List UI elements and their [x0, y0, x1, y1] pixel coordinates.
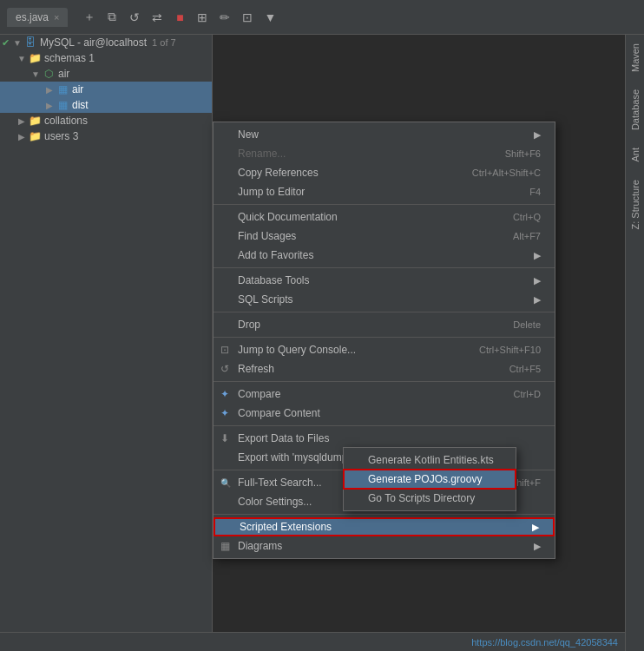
ant-tab[interactable]: Ant [628, 139, 643, 171]
jump-console-shortcut: Ctrl+Shift+F10 [462, 345, 541, 355]
menu-quick-doc-label: Quick Documentation [238, 211, 338, 223]
tree-mysql-root[interactable]: ✔ ▼ 🗄 MySQL - air@localhost 1 of 7 [0, 35, 212, 50]
menu-rename[interactable]: Rename... Shift+F6 [214, 144, 555, 163]
refresh-icon[interactable]: ↺ [125, 8, 144, 27]
menu-new[interactable]: New ▶ [214, 125, 555, 144]
compare-shortcut: Ctrl+D [496, 389, 541, 399]
status-url: https://blog.csdn.net/qq_42058344 [471, 637, 618, 648]
menu-sql-scripts[interactable]: SQL Scripts ▶ [214, 290, 555, 309]
menu-quick-doc[interactable]: Quick Documentation Ctrl+Q [214, 207, 555, 227]
submenu-generate-pojos[interactable]: Generate POJOs.groovy [344, 470, 516, 489]
tree-schemas[interactable]: ▼ 📁 schemas 1 [0, 50, 212, 66]
jump-console-icon: ⊡ [220, 344, 229, 356]
toolbar-icons: ＋ ⧉ ↺ ⇄ ■ ⊞ ✏ ⊡ ▼ [80, 8, 279, 27]
file-tree: ✔ ▼ 🗄 MySQL - air@localhost 1 of 7 ▼ 📁 s… [0, 35, 213, 651]
submenu-go-to-scripts[interactable]: Go To Scripts Directory [344, 489, 516, 508]
menu-jump-editor-label: Jump to Editor [238, 186, 305, 198]
menu-copy-refs[interactable]: Copy References Ctrl+Alt+Shift+C [214, 163, 555, 182]
tab-close-icon[interactable]: × [54, 12, 59, 23]
new-tab-icon[interactable]: ＋ [80, 8, 99, 27]
menu-compare-content[interactable]: ✦ Compare Content [214, 404, 555, 423]
query-icon[interactable]: ⊡ [238, 8, 257, 27]
menu-scripted-extensions[interactable]: Scripted Extensions ▶ [214, 517, 555, 536]
folder-icon: 📁 [28, 52, 42, 64]
database-tab[interactable]: Database [628, 81, 643, 139]
sep6 [214, 425, 555, 426]
menu-refresh-label: Refresh [238, 363, 274, 375]
menu-rename-label: Rename... [238, 148, 286, 160]
sep5 [214, 381, 555, 382]
tree-air-table[interactable]: ▶ ▦ air [0, 82, 212, 97]
collations-label: collations [44, 115, 88, 127]
sql-scripts-arrow-icon: ▶ [534, 294, 541, 306]
filter-icon[interactable]: ▼ [260, 8, 279, 27]
duplicate-icon[interactable]: ⧉ [102, 8, 122, 27]
menu-drop[interactable]: Drop Delete [214, 315, 555, 334]
menu-jump-editor[interactable]: Jump to Editor F4 [214, 182, 555, 201]
users-folder-icon: 📁 [28, 130, 42, 142]
scripted-submenu: Generate Kotlin Entities.kts Generate PO… [343, 447, 516, 511]
edit-icon[interactable]: ✏ [215, 8, 234, 27]
jump-editor-shortcut: F4 [512, 187, 541, 197]
users-label: users 3 [44, 130, 78, 142]
sep4 [214, 337, 555, 338]
structure-tab[interactable]: Z: Structure [628, 171, 643, 238]
sep2 [214, 267, 555, 268]
go-to-scripts-label: Go To Scripts Directory [368, 492, 475, 504]
export-data-icon: ⬇ [220, 432, 229, 444]
menu-add-favorites[interactable]: Add to Favorites ▶ [214, 246, 555, 265]
menu-new-label: New [238, 128, 259, 141]
find-usages-shortcut: Alt+F7 [496, 231, 541, 241]
new-arrow-icon: ▶ [534, 129, 541, 141]
compare-icon: ✦ [220, 388, 229, 400]
tree-collations[interactable]: ▶ 📁 collations [0, 113, 212, 128]
menu-diagrams[interactable]: ▦ Diagrams ▶ [214, 536, 555, 556]
menu-scripted-extensions-label: Scripted Extensions [240, 521, 332, 533]
sep8 [214, 514, 555, 515]
menu-add-favorites-label: Add to Favorites [238, 249, 313, 261]
refresh-shortcut: Ctrl+F5 [492, 364, 541, 374]
table-icon: ▦ [56, 83, 69, 95]
menu-export-data-label: Export Data to Files [238, 432, 329, 444]
menu-copy-refs-label: Copy References [238, 167, 319, 179]
transaction-icon[interactable]: ⇄ [148, 8, 167, 27]
refresh-menu-icon: ↺ [220, 363, 229, 375]
menu-find-usages-label: Find Usages [238, 230, 296, 242]
menu-compare-label: Compare [238, 388, 280, 400]
menu-refresh[interactable]: ↺ Refresh Ctrl+F5 [214, 359, 555, 378]
tree-users[interactable]: ▶ 📁 users 3 [0, 128, 212, 144]
schema-icon: ⬡ [42, 68, 56, 80]
menu-export-data[interactable]: ⬇ Export Data to Files [214, 429, 555, 448]
menu-fulltext-label: Full-Text Search... [238, 477, 322, 489]
checkmark-icon: ✔ [2, 37, 10, 49]
menu-jump-console[interactable]: ⊡ Jump to Query Console... Ctrl+Shift+F1… [214, 340, 555, 359]
collations-folder-icon: 📁 [28, 115, 42, 127]
rename-shortcut: Shift+F6 [488, 148, 541, 159]
stop-icon[interactable]: ■ [170, 8, 189, 27]
menu-export-mysqldump-label: Export with 'mysqldump' [238, 451, 350, 464]
quick-doc-shortcut: Ctrl+Q [496, 212, 541, 222]
db-tools-arrow-icon: ▶ [534, 275, 541, 286]
tree-air-schema[interactable]: ▼ ⬡ air [0, 66, 212, 82]
toolbar: es.java × ＋ ⧉ ↺ ⇄ ■ ⊞ ✏ ⊡ ▼ [0, 0, 644, 35]
menu-find-usages[interactable]: Find Usages Alt+F7 [214, 227, 555, 246]
editor-tab[interactable]: es.java × [7, 8, 68, 27]
scripted-arrow-icon: ▶ [532, 522, 539, 533]
submenu-generate-kotlin[interactable]: Generate Kotlin Entities.kts [344, 450, 516, 470]
drop-shortcut: Delete [496, 319, 541, 330]
maven-tab[interactable]: Maven [628, 35, 643, 81]
generate-pojos-label: Generate POJOs.groovy [368, 473, 482, 485]
menu-sql-scripts-label: SQL Scripts [238, 293, 293, 306]
menu-compare-content-label: Compare Content [238, 407, 320, 419]
menu-color-settings-label: Color Settings... [238, 496, 312, 508]
dist-table-icon: ▦ [56, 99, 69, 111]
grid-icon[interactable]: ⊞ [193, 8, 212, 27]
menu-compare[interactable]: ✦ Compare Ctrl+D [214, 385, 555, 404]
menu-db-tools[interactable]: Database Tools ▶ [214, 271, 555, 290]
menu-drop-label: Drop [238, 319, 260, 331]
tree-dist-table[interactable]: ▶ ▦ dist [0, 97, 212, 113]
sep3 [214, 312, 555, 312]
search-menu-icon: 🔍 [220, 478, 231, 488]
menu-diagrams-label: Diagrams [238, 540, 282, 552]
air-schema-label: air [58, 68, 69, 80]
